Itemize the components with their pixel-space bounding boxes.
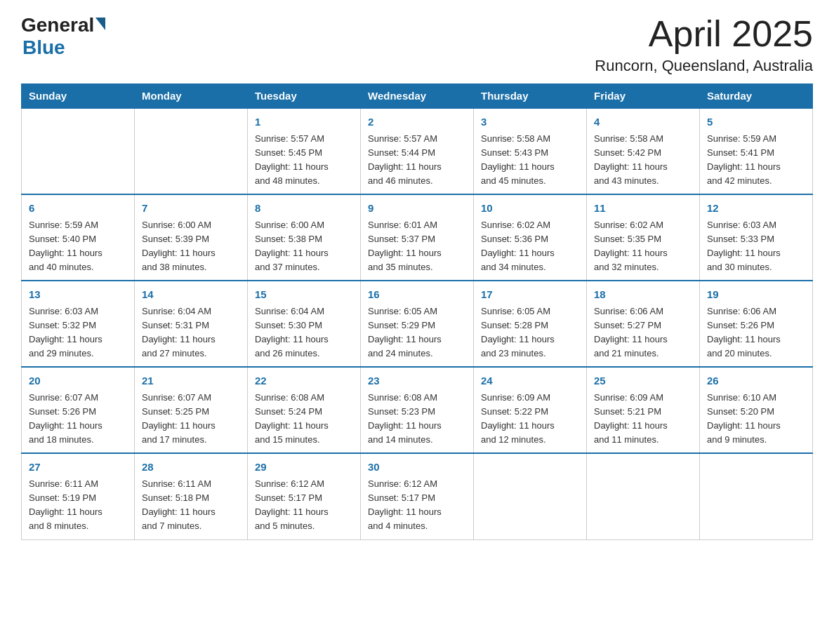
calendar-cell (135, 108, 248, 194)
day-number: 10 (481, 201, 579, 217)
calendar-cell: 14Sunrise: 6:04 AM Sunset: 5:31 PM Dayli… (135, 281, 248, 367)
day-info: Sunrise: 6:09 AM Sunset: 5:22 PM Dayligh… (481, 391, 579, 448)
day-info: Sunrise: 6:09 AM Sunset: 5:21 PM Dayligh… (594, 391, 692, 448)
day-number: 1 (255, 114, 353, 130)
calendar-cell: 5Sunrise: 5:59 AM Sunset: 5:41 PM Daylig… (700, 108, 813, 194)
day-number: 4 (594, 114, 692, 130)
day-number: 28 (142, 459, 240, 476)
day-info: Sunrise: 6:08 AM Sunset: 5:24 PM Dayligh… (255, 391, 353, 448)
week-row-4: 20Sunrise: 6:07 AM Sunset: 5:26 PM Dayli… (22, 367, 813, 453)
calendar-cell: 18Sunrise: 6:06 AM Sunset: 5:27 PM Dayli… (587, 281, 700, 367)
day-info: Sunrise: 6:06 AM Sunset: 5:27 PM Dayligh… (594, 304, 692, 361)
day-info: Sunrise: 5:57 AM Sunset: 5:44 PM Dayligh… (368, 132, 466, 189)
day-number: 29 (255, 459, 353, 476)
day-info: Sunrise: 6:04 AM Sunset: 5:30 PM Dayligh… (255, 304, 353, 361)
day-number: 17 (481, 287, 579, 303)
calendar-cell (22, 108, 135, 194)
calendar-cell: 24Sunrise: 6:09 AM Sunset: 5:22 PM Dayli… (474, 367, 587, 453)
day-number: 15 (255, 287, 353, 303)
day-number: 30 (368, 459, 466, 476)
day-number: 2 (368, 114, 466, 130)
day-info: Sunrise: 6:12 AM Sunset: 5:17 PM Dayligh… (368, 477, 466, 534)
day-info: Sunrise: 6:03 AM Sunset: 5:33 PM Dayligh… (707, 218, 805, 275)
calendar-cell: 3Sunrise: 5:58 AM Sunset: 5:43 PM Daylig… (474, 108, 587, 194)
day-number: 11 (594, 201, 692, 217)
calendar-cell: 2Sunrise: 5:57 AM Sunset: 5:44 PM Daylig… (361, 108, 474, 194)
day-info: Sunrise: 6:06 AM Sunset: 5:26 PM Dayligh… (707, 304, 805, 361)
calendar-table: SundayMondayTuesdayWednesdayThursdayFrid… (21, 83, 813, 539)
day-info: Sunrise: 6:02 AM Sunset: 5:36 PM Dayligh… (481, 218, 579, 275)
page-header: General Blue April 2025 Runcorn, Queensl… (21, 14, 813, 75)
day-number: 24 (481, 373, 579, 389)
calendar-cell: 20Sunrise: 6:07 AM Sunset: 5:26 PM Dayli… (22, 367, 135, 453)
calendar-cell: 4Sunrise: 5:58 AM Sunset: 5:42 PM Daylig… (587, 108, 700, 194)
calendar-cell: 15Sunrise: 6:04 AM Sunset: 5:30 PM Dayli… (248, 281, 361, 367)
calendar-cell: 16Sunrise: 6:05 AM Sunset: 5:29 PM Dayli… (361, 281, 474, 367)
day-number: 12 (707, 201, 805, 217)
day-info: Sunrise: 6:03 AM Sunset: 5:32 PM Dayligh… (29, 304, 127, 361)
day-info: Sunrise: 6:05 AM Sunset: 5:28 PM Dayligh… (481, 304, 579, 361)
calendar-cell: 25Sunrise: 6:09 AM Sunset: 5:21 PM Dayli… (587, 367, 700, 453)
calendar-cell (587, 453, 700, 539)
calendar-cell: 27Sunrise: 6:11 AM Sunset: 5:19 PM Dayli… (22, 453, 135, 539)
day-number: 20 (29, 373, 127, 389)
calendar-cell (474, 453, 587, 539)
day-info: Sunrise: 5:57 AM Sunset: 5:45 PM Dayligh… (255, 132, 353, 189)
day-number: 9 (368, 201, 466, 217)
day-info: Sunrise: 6:10 AM Sunset: 5:20 PM Dayligh… (707, 391, 805, 448)
column-header-tuesday: Tuesday (248, 84, 361, 109)
calendar-cell: 28Sunrise: 6:11 AM Sunset: 5:18 PM Dayli… (135, 453, 248, 539)
column-header-thursday: Thursday (474, 84, 587, 109)
day-number: 13 (29, 287, 127, 303)
calendar-cell (700, 453, 813, 539)
column-header-sunday: Sunday (22, 84, 135, 109)
day-info: Sunrise: 5:59 AM Sunset: 5:40 PM Dayligh… (29, 218, 127, 275)
column-header-saturday: Saturday (700, 84, 813, 109)
day-number: 21 (142, 373, 240, 389)
calendar-cell: 29Sunrise: 6:12 AM Sunset: 5:17 PM Dayli… (248, 453, 361, 539)
day-number: 5 (707, 114, 805, 130)
calendar-cell: 19Sunrise: 6:06 AM Sunset: 5:26 PM Dayli… (700, 281, 813, 367)
calendar-cell: 8Sunrise: 6:00 AM Sunset: 5:38 PM Daylig… (248, 194, 361, 281)
calendar-cell: 6Sunrise: 5:59 AM Sunset: 5:40 PM Daylig… (22, 194, 135, 281)
day-info: Sunrise: 6:01 AM Sunset: 5:37 PM Dayligh… (368, 218, 466, 275)
logo: General Blue (21, 14, 105, 59)
calendar-cell: 21Sunrise: 6:07 AM Sunset: 5:25 PM Dayli… (135, 367, 248, 453)
day-info: Sunrise: 6:05 AM Sunset: 5:29 PM Dayligh… (368, 304, 466, 361)
week-row-2: 6Sunrise: 5:59 AM Sunset: 5:40 PM Daylig… (22, 194, 813, 281)
day-number: 14 (142, 287, 240, 303)
column-header-wednesday: Wednesday (361, 84, 474, 109)
day-number: 8 (255, 201, 353, 217)
column-header-monday: Monday (135, 84, 248, 109)
calendar-cell: 7Sunrise: 6:00 AM Sunset: 5:39 PM Daylig… (135, 194, 248, 281)
calendar-cell: 30Sunrise: 6:12 AM Sunset: 5:17 PM Dayli… (361, 453, 474, 539)
calendar-cell: 23Sunrise: 6:08 AM Sunset: 5:23 PM Dayli… (361, 367, 474, 453)
day-number: 22 (255, 373, 353, 389)
day-info: Sunrise: 6:04 AM Sunset: 5:31 PM Dayligh… (142, 304, 240, 361)
column-header-friday: Friday (587, 84, 700, 109)
day-number: 19 (707, 287, 805, 303)
day-number: 26 (707, 373, 805, 389)
calendar-cell: 9Sunrise: 6:01 AM Sunset: 5:37 PM Daylig… (361, 194, 474, 281)
calendar-cell: 26Sunrise: 6:10 AM Sunset: 5:20 PM Dayli… (700, 367, 813, 453)
day-info: Sunrise: 5:58 AM Sunset: 5:43 PM Dayligh… (481, 132, 579, 189)
week-row-5: 27Sunrise: 6:11 AM Sunset: 5:19 PM Dayli… (22, 453, 813, 539)
day-info: Sunrise: 6:11 AM Sunset: 5:18 PM Dayligh… (142, 477, 240, 534)
calendar-cell: 11Sunrise: 6:02 AM Sunset: 5:35 PM Dayli… (587, 194, 700, 281)
page-subtitle: Runcorn, Queensland, Australia (595, 57, 813, 75)
day-info: Sunrise: 6:11 AM Sunset: 5:19 PM Dayligh… (29, 477, 127, 534)
day-info: Sunrise: 6:12 AM Sunset: 5:17 PM Dayligh… (255, 477, 353, 534)
day-info: Sunrise: 5:59 AM Sunset: 5:41 PM Dayligh… (707, 132, 805, 189)
day-number: 23 (368, 373, 466, 389)
day-info: Sunrise: 6:00 AM Sunset: 5:38 PM Dayligh… (255, 218, 353, 275)
calendar-cell: 17Sunrise: 6:05 AM Sunset: 5:28 PM Dayli… (474, 281, 587, 367)
logo-arrow-icon (95, 18, 105, 30)
calendar-cell: 12Sunrise: 6:03 AM Sunset: 5:33 PM Dayli… (700, 194, 813, 281)
calendar-cell: 13Sunrise: 6:03 AM Sunset: 5:32 PM Dayli… (22, 281, 135, 367)
week-row-3: 13Sunrise: 6:03 AM Sunset: 5:32 PM Dayli… (22, 281, 813, 367)
day-number: 16 (368, 287, 466, 303)
day-info: Sunrise: 6:08 AM Sunset: 5:23 PM Dayligh… (368, 391, 466, 448)
logo-blue-text: Blue (22, 36, 65, 58)
week-row-1: 1Sunrise: 5:57 AM Sunset: 5:45 PM Daylig… (22, 108, 813, 194)
day-info: Sunrise: 6:02 AM Sunset: 5:35 PM Dayligh… (594, 218, 692, 275)
